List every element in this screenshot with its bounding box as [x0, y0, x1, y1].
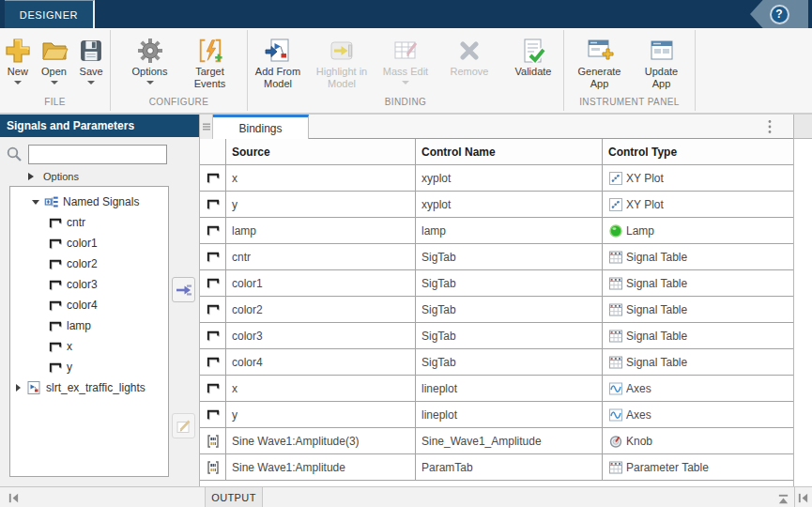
signal-icon	[206, 355, 220, 369]
add-from-model-button[interactable]: Add From Model	[248, 36, 308, 90]
parameter-icon	[206, 434, 221, 449]
tree-item-lamp[interactable]: lamp	[10, 315, 168, 336]
tab-designer[interactable]: DESIGNER	[5, 0, 95, 28]
table-row[interactable]: x lineplot Axes	[200, 376, 793, 402]
update-app-label: Update App	[636, 66, 688, 90]
signal-table-icon	[608, 276, 623, 291]
generate-app-button[interactable]: Generate App	[572, 36, 628, 90]
update-app-button[interactable]: Update App	[636, 36, 688, 90]
control-type-cell: Signal Table	[626, 251, 687, 264]
tree-item-color2[interactable]: color2	[10, 254, 168, 274]
control-type-cell: Lamp	[626, 224, 654, 238]
axes-icon	[608, 407, 623, 422]
group-label-file: FILE	[0, 97, 110, 111]
new-button[interactable]: New	[0, 36, 36, 84]
search-icon[interactable]	[6, 146, 24, 168]
update-app-icon	[647, 36, 677, 66]
tree-item-color3[interactable]: color3	[10, 274, 168, 295]
ribbon-group-configure: Options Target Events CONFIGURE	[111, 30, 248, 111]
help-icon[interactable]: ?	[770, 5, 789, 24]
column-header-source[interactable]: Source	[226, 139, 416, 164]
tree-label: color3	[67, 278, 98, 291]
new-dropdown-caret[interactable]	[14, 81, 22, 84]
tree-item-cntr[interactable]: cntr	[10, 212, 168, 233]
tree-label: color1	[67, 237, 98, 250]
bind-selection-button[interactable]	[172, 277, 195, 302]
open-label: Open	[41, 66, 67, 78]
source-cell: y	[226, 402, 416, 427]
search-input[interactable]	[28, 145, 167, 164]
table-row[interactable]: cntr SigTab Signal Table	[200, 244, 793, 270]
validate-button[interactable]: Validate	[503, 36, 563, 78]
collapse-left-panel-icon[interactable]	[8, 491, 20, 507]
source-cell: Sine Wave1:Amplitude(3)	[226, 428, 416, 453]
open-icon	[39, 36, 69, 66]
signal-icon	[206, 197, 220, 211]
ribbon-group-instrument-panel: Generate App Update App INSTRUMENT PANEL	[564, 30, 696, 111]
options-button[interactable]: Options	[126, 36, 175, 84]
table-row[interactable]: color4 SigTab Signal Table	[200, 349, 793, 376]
control-name-cell: lineplot	[416, 376, 603, 401]
kebab-menu-icon[interactable]	[767, 119, 773, 138]
chevron-down-icon[interactable]	[32, 200, 39, 205]
mass-edit-label: Mass Edit	[383, 66, 428, 78]
parameter-icon	[206, 460, 221, 475]
panel-menu-icon[interactable]	[200, 115, 213, 139]
options-gear-icon	[135, 36, 165, 66]
tree-item-y[interactable]: y	[10, 357, 168, 377]
signal-icon	[48, 361, 62, 375]
control-type-cell: Axes	[626, 408, 651, 422]
signal-table-icon	[608, 250, 623, 265]
table-row[interactable]: Sine Wave1:Amplitude ParamTab Parameter …	[200, 454, 793, 481]
tab-output[interactable]: OUTPUT	[205, 487, 263, 507]
options-dropdown-caret[interactable]	[146, 81, 154, 84]
control-name-cell: SigTab	[416, 323, 603, 348]
chevron-right-icon[interactable]	[16, 384, 21, 392]
table-row[interactable]: y lineplot Axes	[200, 402, 793, 428]
tree-item-color1[interactable]: color1	[10, 233, 168, 254]
tree-item-x[interactable]: x	[10, 336, 168, 357]
table-row[interactable]: Sine Wave1:Amplitude(3) Sine_Wave1_Ampli…	[200, 428, 793, 454]
tab-bindings[interactable]: Bindings	[213, 115, 309, 139]
ribbon-group-binding: Add From Model Highlight in Model Mass E…	[248, 30, 564, 111]
control-type-cell: Axes	[626, 382, 651, 395]
table-row[interactable]: color1 SigTab Signal Table	[200, 270, 793, 297]
tree-item-color4[interactable]: color4	[10, 295, 168, 315]
new-label: New	[8, 66, 28, 78]
column-header-control-type[interactable]: Control Type	[603, 139, 793, 164]
signal-icon	[206, 276, 220, 290]
model-icon	[26, 380, 41, 395]
target-events-button[interactable]: Target Events	[188, 36, 233, 90]
tree-node-model[interactable]: slrt_ex_traffic_lights	[10, 377, 168, 398]
table-row[interactable]: y xyplot XY Plot	[200, 192, 793, 218]
signal-icon	[48, 237, 62, 251]
control-name-cell: ParamTab	[416, 454, 603, 480]
table-row[interactable]: color3 SigTab Signal Table	[200, 323, 793, 349]
save-button[interactable]: Save	[72, 36, 110, 84]
tree-node-named-signals[interactable]: Named Signals	[10, 192, 168, 212]
collapse-output-icon[interactable]	[777, 492, 789, 507]
options-expander[interactable]: Options	[28, 171, 79, 182]
column-header-control-name[interactable]: Control Name	[416, 139, 603, 164]
save-label: Save	[80, 66, 103, 78]
bindings-tab-label: Bindings	[238, 122, 282, 135]
signals-parameters-panel: Signals and Parameters Options Named Sig…	[0, 115, 200, 486]
mass-edit-button: Mass Edit	[375, 36, 436, 84]
signal-icon	[206, 223, 220, 238]
signals-tree: Named Signals cntr color1 color2 color3 …	[9, 186, 169, 477]
signal-table-icon	[608, 355, 623, 370]
titlebar: DESIGNER ?	[0, 0, 812, 28]
add-from-model-icon	[263, 36, 293, 66]
collapse-right-panel-icon[interactable]	[797, 491, 809, 507]
table-row[interactable]: lamp lamp Lamp	[200, 218, 793, 244]
table-row[interactable]: x xyplot XY Plot	[200, 165, 793, 192]
save-dropdown-caret[interactable]	[87, 81, 95, 84]
open-dropdown-caret[interactable]	[51, 81, 58, 84]
open-button[interactable]: Open	[36, 36, 73, 84]
control-name-cell: SigTab	[416, 244, 603, 269]
signal-icon	[206, 250, 220, 264]
signal-table-icon	[608, 329, 623, 344]
table-row[interactable]: color2 SigTab Signal Table	[200, 297, 793, 323]
named-signals-icon	[44, 194, 59, 209]
control-name-cell: Sine_Wave1_Amplitude	[416, 428, 603, 453]
